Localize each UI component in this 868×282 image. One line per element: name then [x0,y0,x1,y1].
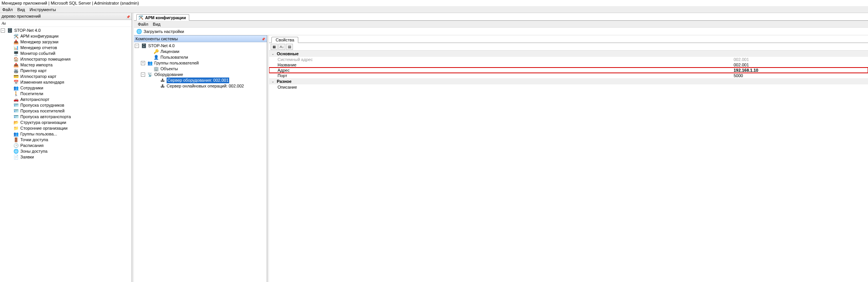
access-point-icon: 🚪 [13,137,19,143]
calendar-icon: 📅 [13,80,19,85]
menu-file[interactable]: Файл [2,6,13,13]
prop-name: Порт [269,73,734,78]
comp-item[interactable]: 🏢Объекты [135,66,267,72]
prop-row-address[interactable]: Адрес 192.168.1.10 [269,68,868,73]
components-tree[interactable]: − 🗄️ STOP-Net 4.0 🔑Лицензии 👤Пользовател… [134,42,267,282]
collapse-icon[interactable]: − [141,73,145,77]
menu-view[interactable]: Вид [17,6,25,13]
prop-row-port[interactable]: Порт 5000 [269,73,868,78]
tree-item-label: Группы пользова... [20,131,57,137]
tree-item[interactable]: 💳Иллюстратор карт [1,74,132,79]
comp-item-label: Оборудование [154,72,183,78]
refresh-icon: 🌐 [136,28,142,35]
tree-item[interactable]: 🏠Иллюстратор помещения [1,56,132,62]
employees-icon: 👥 [13,86,19,91]
tree-item-label: Зоны доступа [20,148,48,154]
comp-item[interactable]: 👤Пользователи [135,54,267,60]
categorize-button[interactable]: ▦ [271,44,278,50]
doc-menu-file[interactable]: Файл [138,21,148,27]
tree-item[interactable]: 🕒Расписания [1,143,132,148]
comp-item-label: Группы пользователей [154,60,199,66]
org-ext-icon: 📁 [13,126,19,131]
tree-item[interactable]: 🖨️Принтер карт [1,68,132,74]
object-icon: 🏢 [154,66,159,72]
tree-item-label: Пропуска сотрудников [20,102,64,108]
doc-menu-view[interactable]: Вид [153,21,160,27]
tree-item[interactable]: 👥Сотрудники [1,85,132,91]
user-icon: 👤 [154,55,159,60]
tree-item-label: Автотранспорт [20,97,50,102]
tree-item[interactable]: 🪪Пропуска автотранспорта [1,114,132,120]
prop-name: Описание [269,84,734,90]
tree-item[interactable]: 📤Мастер импорта [1,62,132,68]
pin-icon[interactable] [126,15,130,18]
collapse-icon[interactable]: − [1,28,5,33]
expand-icon[interactable]: + [141,61,145,65]
tree-item[interactable]: 🌐Зоны доступа [1,148,132,154]
server-icon: 🖧 [160,78,165,83]
tree-item-label: Мастер импорта [20,62,53,68]
sort-button[interactable]: A↓ [278,44,285,50]
prop-category[interactable]: ⌄ Основные [269,51,868,57]
tree-item-label: АРМ конфигурации [20,33,58,39]
groups-icon: 👥 [13,132,19,137]
app-tree[interactable]: − 🗄️ STOP-Net 4.0 🛠️АРМ конфигурации 📥Ме… [0,27,132,282]
root-label: STOP-Net 4.0 [14,28,41,33]
tree-item-label: Менеджер отчетов [20,45,57,51]
prop-value[interactable]: 5000 [734,73,866,78]
tree-item[interactable]: 🪪Пропуска сотрудников [1,102,132,108]
comp-root[interactable]: − 🗄️ STOP-Net 4.0 [135,43,267,49]
tab-properties[interactable]: Свойства [271,37,298,43]
comp-item[interactable]: +👥Группы пользователей [135,60,267,66]
prop-value[interactable]: 002.001 [734,62,866,68]
prop-row-name[interactable]: Название 002.001 [269,62,868,68]
components-header: Компоненты системы [134,35,267,42]
tree-item[interactable]: 📁Сторонние организации [1,125,132,131]
app-tree-title: дерево приложений [2,13,41,20]
tree-item-label: Монитор событий [20,51,55,56]
prop-value[interactable] [734,84,866,90]
load-settings-button[interactable]: Загрузить настройки [144,28,184,35]
prop-value[interactable]: 192.168.1.10 [734,68,866,73]
tree-item[interactable]: 🛠️АРМ конфигурации [1,33,132,39]
tree-item[interactable]: 🪪Пропуска посетителей [1,108,132,114]
tree-item[interactable]: 🚪Точки доступа [1,137,132,143]
visitors-icon: 🚶 [13,91,19,97]
menu-tools[interactable]: Инструменты [30,6,56,13]
org-icon: 📂 [13,120,19,125]
components-panel: Компоненты системы − 🗄️ STOP-Net 4.0 🔑Ли… [134,35,267,282]
pin-icon[interactable] [261,37,265,41]
prop-category[interactable]: ⌄ Разное [269,78,868,84]
pass-icon: 🪪 [13,114,19,120]
prop-row-sysaddr[interactable]: Системный адрес 002.001 [269,57,868,62]
tree-item[interactable]: 📅Изменения календаря [1,79,132,85]
prop-row-description[interactable]: Описание [269,84,868,90]
search-icon: Aa [2,21,6,25]
tree-item[interactable]: 📥Менеджер загрузки [1,39,132,45]
room-icon: 🏠 [13,57,19,62]
collapse-icon[interactable]: − [135,44,139,48]
prop-name: Адрес [269,68,734,73]
comp-item-server[interactable]: 🖧Сервер оборудования: 002.001 [135,78,267,83]
comp-item[interactable]: 🔑Лицензии [135,49,267,54]
doc-toolbar: 🌐 Загрузить настройки [134,28,868,35]
zone-icon: 🌐 [13,149,19,154]
tree-item[interactable]: 📂Структура организации [1,120,132,125]
tree-item-label: Иллюстратор помещения [20,56,71,62]
tree-root[interactable]: − 🗄️ STOP-Net 4.0 [1,28,132,33]
chevron-down-icon: ⌄ [271,52,275,56]
pages-button[interactable]: ▤ [286,44,293,50]
tree-item[interactable]: 👥Группы пользова... [1,131,132,137]
tree-item[interactable]: 🖥️Монитор событий [1,51,132,56]
tree-item[interactable]: 📊Менеджер отчетов [1,45,132,51]
properties-grid[interactable]: ⌄ Основные Системный адрес 002.001 Назва… [269,51,868,282]
prop-category-name: Разное [277,79,291,84]
tree-item[interactable]: 📄Заявки [1,154,132,160]
tree-item[interactable]: 🚗Автотранспорт [1,97,132,102]
properties-panel: Свойства ▦ A↓ ▤ ⌄ Основные Системный адр… [269,35,868,282]
search-input[interactable] [7,21,130,26]
doc-tab-config[interactable]: 🛠️ АРМ конфигурации [136,14,189,21]
comp-item-online-server[interactable]: 🖧Сервер онлайновых операций: 002.002 [135,83,267,89]
comp-item-equipment[interactable]: −📡Оборудование [135,72,267,78]
tree-item[interactable]: 🚶Посетители [1,91,132,97]
